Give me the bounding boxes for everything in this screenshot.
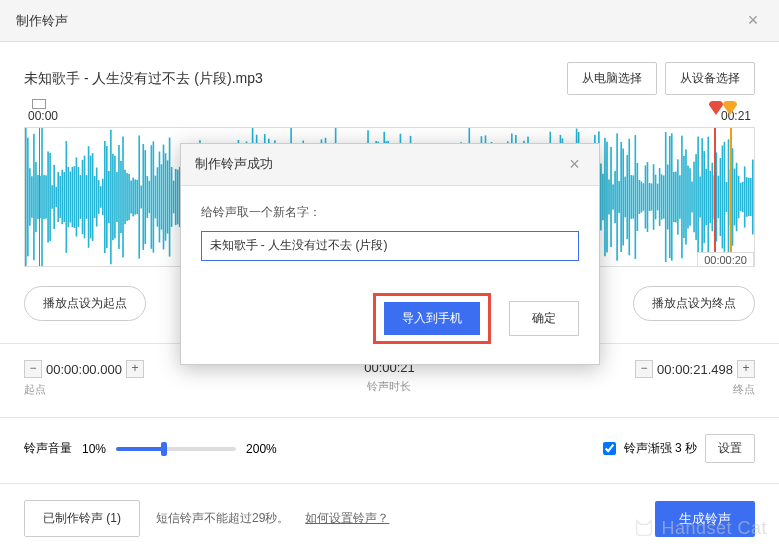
fade-settings-button[interactable]: 设置 — [705, 434, 755, 463]
svg-rect-47 — [118, 145, 120, 249]
svg-rect-285 — [600, 164, 602, 231]
svg-rect-323 — [677, 159, 679, 234]
svg-rect-34 — [92, 153, 94, 241]
svg-rect-353 — [738, 176, 740, 219]
volume-label: 铃声音量 — [24, 440, 72, 457]
svg-rect-1 — [25, 128, 27, 266]
success-modal: 制作铃声成功 × 给铃声取一个新名字： 导入到手机 确定 — [180, 143, 600, 365]
ringtone-name-input[interactable] — [201, 231, 579, 261]
svg-rect-340 — [711, 163, 713, 232]
svg-rect-50 — [124, 170, 126, 225]
duration-label: 铃声时长 — [364, 379, 415, 394]
set-start-button[interactable]: 播放点设为起点 — [24, 286, 146, 321]
confirm-button[interactable]: 确定 — [509, 301, 579, 336]
window-title: 制作铃声 — [16, 12, 68, 30]
import-to-phone-button[interactable]: 导入到手机 — [384, 302, 480, 335]
svg-rect-76 — [177, 170, 179, 225]
svg-rect-301 — [633, 175, 635, 218]
svg-rect-344 — [720, 158, 722, 236]
svg-rect-74 — [173, 181, 175, 214]
svg-rect-5 — [33, 134, 35, 260]
svg-rect-73 — [171, 167, 173, 227]
svg-rect-25 — [74, 166, 76, 228]
svg-rect-346 — [724, 142, 726, 252]
svg-rect-327 — [685, 149, 687, 244]
svg-rect-300 — [630, 175, 632, 219]
end-time-label: 终点 — [635, 382, 755, 397]
svg-rect-15 — [53, 165, 55, 229]
svg-rect-334 — [699, 177, 701, 218]
svg-rect-335 — [701, 138, 703, 256]
svg-rect-75 — [175, 169, 177, 225]
svg-rect-333 — [697, 137, 699, 258]
select-from-computer-button[interactable]: 从电脑选择 — [567, 62, 657, 95]
svg-rect-3 — [29, 168, 31, 226]
start-increment-button[interactable]: + — [126, 360, 144, 378]
waveform-time-start: 00:00 — [28, 109, 58, 123]
svg-rect-28 — [80, 175, 82, 219]
svg-rect-292 — [614, 171, 616, 223]
svg-rect-71 — [167, 160, 169, 233]
end-increment-button[interactable]: + — [737, 360, 755, 378]
end-decrement-button[interactable]: − — [635, 360, 653, 378]
svg-rect-72 — [169, 137, 171, 256]
playhead-line — [39, 128, 40, 266]
sms-hint: 短信铃声不能超过29秒。 — [156, 510, 289, 527]
svg-rect-311 — [653, 164, 655, 230]
start-decrement-button[interactable]: − — [24, 360, 42, 378]
svg-rect-52 — [128, 174, 130, 220]
svg-rect-320 — [671, 133, 673, 260]
slider-thumb[interactable] — [161, 442, 167, 456]
help-link[interactable]: 如何设置铃声？ — [305, 510, 389, 527]
made-ringtones-button[interactable]: 已制作铃声 (1) — [24, 500, 140, 537]
svg-rect-286 — [602, 174, 604, 220]
import-highlight: 导入到手机 — [373, 293, 491, 344]
svg-rect-70 — [165, 153, 167, 240]
svg-rect-359 — [750, 178, 752, 216]
svg-rect-332 — [695, 154, 697, 240]
svg-rect-26 — [76, 157, 78, 236]
svg-rect-36 — [96, 168, 98, 227]
svg-rect-14 — [51, 185, 53, 209]
svg-rect-40 — [104, 141, 106, 253]
set-end-button[interactable]: 播放点设为终点 — [633, 286, 755, 321]
svg-rect-295 — [620, 142, 622, 252]
end-marker-red-icon[interactable] — [709, 101, 723, 115]
modal-input-label: 给铃声取一个新名字： — [201, 204, 579, 221]
close-icon[interactable]: × — [743, 10, 763, 31]
svg-rect-12 — [47, 151, 49, 242]
svg-rect-316 — [663, 175, 665, 218]
svg-rect-21 — [66, 141, 68, 253]
svg-rect-49 — [122, 136, 124, 257]
svg-rect-302 — [635, 135, 637, 259]
svg-rect-59 — [142, 144, 144, 250]
svg-rect-54 — [132, 178, 134, 217]
svg-rect-18 — [59, 176, 61, 218]
svg-rect-297 — [624, 177, 626, 218]
svg-rect-55 — [134, 179, 136, 214]
select-from-device-button[interactable]: 从设备选择 — [665, 62, 755, 95]
modal-close-icon[interactable]: × — [565, 154, 585, 175]
svg-rect-64 — [153, 141, 155, 252]
svg-rect-19 — [61, 170, 63, 224]
svg-rect-303 — [637, 163, 639, 231]
svg-rect-325 — [681, 136, 683, 259]
start-handle[interactable] — [32, 99, 46, 109]
svg-rect-351 — [734, 169, 736, 226]
start-time-label: 起点 — [24, 382, 144, 397]
svg-rect-4 — [31, 176, 33, 218]
svg-rect-293 — [616, 133, 618, 260]
svg-rect-35 — [94, 176, 96, 218]
volume-slider[interactable] — [116, 447, 236, 451]
svg-rect-66 — [157, 167, 159, 226]
fade-in-checkbox[interactable] — [603, 442, 616, 455]
svg-rect-298 — [626, 155, 628, 239]
svg-rect-63 — [151, 145, 153, 249]
svg-rect-11 — [45, 175, 47, 218]
end-marker-yellow-icon[interactable] — [723, 101, 737, 115]
svg-rect-304 — [639, 180, 641, 214]
generate-ringtone-button[interactable]: 生成铃声 — [655, 501, 755, 537]
svg-rect-23 — [70, 171, 72, 222]
svg-rect-290 — [610, 147, 612, 247]
svg-rect-46 — [116, 172, 118, 222]
